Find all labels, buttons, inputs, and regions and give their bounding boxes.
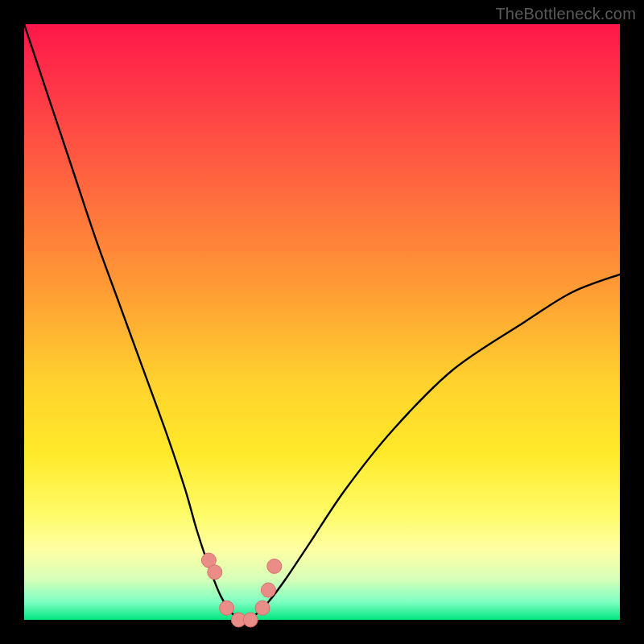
data-marker (267, 559, 282, 573)
watermark-text: TheBottleneck.com (495, 5, 636, 23)
chart-frame: TheBottleneck.com (0, 0, 644, 644)
curve-layer (24, 24, 620, 620)
data-marker (255, 601, 270, 615)
data-markers (201, 553, 281, 627)
data-marker (208, 565, 222, 580)
data-marker (220, 601, 234, 615)
data-marker (261, 583, 275, 597)
plot-area (24, 24, 620, 620)
bottleneck-curve (24, 24, 620, 620)
data-marker (243, 613, 258, 627)
